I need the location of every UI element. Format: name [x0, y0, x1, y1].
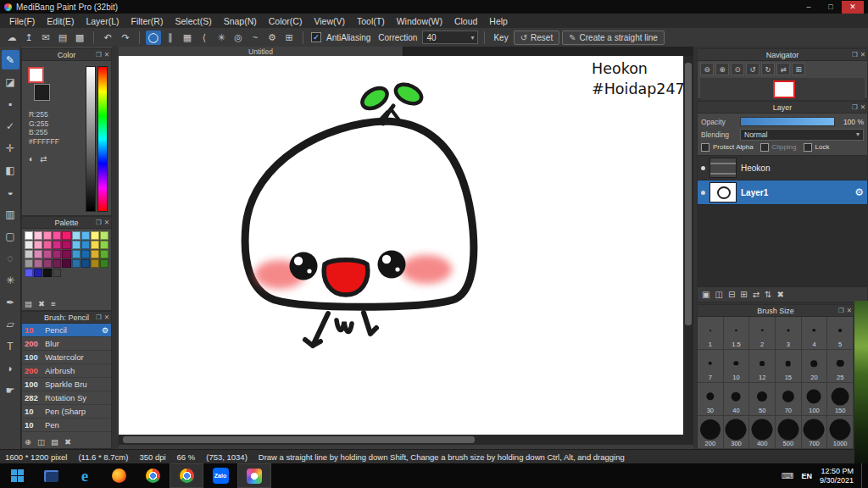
- palette-swatch[interactable]: [53, 231, 61, 240]
- close-icon[interactable]: ✕: [847, 307, 852, 314]
- palette-menu-icon[interactable]: ≡: [51, 299, 56, 308]
- palette-swatch[interactable]: [34, 269, 42, 277]
- start-button[interactable]: [0, 463, 34, 488]
- memo-icon[interactable]: ▤: [55, 30, 70, 45]
- palette-swatch[interactable]: [62, 259, 70, 268]
- delete-layer-icon[interactable]: ✖: [776, 290, 783, 299]
- close-icon[interactable]: ✕: [104, 219, 109, 226]
- brush-list-item[interactable]: 200Blur: [22, 337, 111, 351]
- background-color-swatch[interactable]: [34, 84, 50, 101]
- redo-button[interactable]: ↷: [118, 30, 133, 45]
- close-icon[interactable]: ✕: [860, 103, 865, 111]
- select-rect-tool[interactable]: ▢: [2, 226, 19, 246]
- clipping-checkbox[interactable]: [760, 143, 769, 152]
- taskbar-clock[interactable]: 12:50 PM 9/30/2021: [820, 467, 854, 485]
- brush-list-item[interactable]: 200Airbrush: [22, 364, 111, 378]
- palette-swatch[interactable]: [91, 241, 99, 249]
- hand-tool[interactable]: ☛: [2, 380, 19, 400]
- brush-list-item[interactable]: 282Rotation Sy: [22, 391, 111, 405]
- new-folder-icon[interactable]: ⊞: [740, 290, 747, 299]
- brush-size-cell[interactable]: 500: [776, 416, 802, 449]
- brush-size-cell[interactable]: 30: [698, 383, 724, 416]
- zoom-out-icon[interactable]: ⊖: [700, 63, 714, 75]
- language-indicator[interactable]: EN: [801, 472, 812, 480]
- pen-tool-tool[interactable]: ✒: [2, 292, 19, 312]
- visibility-dot[interactable]: [701, 166, 705, 170]
- web-color-icon[interactable]: ◐: [29, 154, 34, 164]
- vertical-scrollbar[interactable]: [683, 56, 693, 435]
- brush-size-cell[interactable]: 1000: [827, 416, 854, 449]
- delete-color-icon[interactable]: ✖: [38, 299, 45, 308]
- brush-size-cell[interactable]: 4: [802, 317, 828, 350]
- palette-swatch[interactable]: [43, 269, 52, 277]
- text-tool[interactable]: T: [2, 336, 19, 356]
- brush-list-item[interactable]: 100Watercolor: [22, 351, 111, 364]
- palette-swatch[interactable]: [72, 250, 81, 258]
- palette-swatch[interactable]: [43, 231, 52, 240]
- magic-wand-tool[interactable]: ✳: [2, 270, 19, 290]
- palette-swatch[interactable]: [25, 250, 33, 258]
- palette-swatch[interactable]: [72, 231, 81, 240]
- menu-help[interactable]: Help: [483, 16, 514, 26]
- navigator-preview[interactable]: [700, 78, 865, 100]
- palette-swatch[interactable]: [100, 241, 108, 249]
- palette-swatch[interactable]: [72, 259, 81, 268]
- gear-icon[interactable]: ⚙: [854, 186, 864, 198]
- palette-swatch[interactable]: [100, 250, 108, 258]
- close-icon[interactable]: ✕: [104, 51, 109, 58]
- create-straight-line-button[interactable]: ✎ Create a straight line: [562, 30, 665, 45]
- popout-icon[interactable]: ❐: [852, 51, 858, 58]
- rotate-right-icon[interactable]: ↻: [761, 63, 775, 75]
- menu-windoww[interactable]: Window(W): [391, 16, 448, 26]
- horizontal-scrollbar-thumb[interactable]: [123, 436, 475, 443]
- hue-bar[interactable]: [97, 66, 108, 212]
- menu-snapn[interactable]: Snap(N): [218, 16, 263, 26]
- brush-folder-icon[interactable]: ▤: [51, 437, 58, 446]
- menu-filterr[interactable]: Filter(R): [125, 16, 170, 26]
- menu-edite[interactable]: Edit(E): [41, 16, 80, 26]
- eraser-tool[interactable]: ◪: [2, 72, 19, 92]
- dot-pen-tool[interactable]: ▪: [2, 94, 19, 114]
- antialiasing-checkbox[interactable]: ✓: [311, 32, 321, 42]
- move-tool[interactable]: ✛: [2, 138, 19, 158]
- palette-swatch[interactable]: [81, 231, 90, 240]
- keyboard-icon[interactable]: ⌨: [782, 471, 793, 480]
- palette-swatch[interactable]: [62, 250, 70, 258]
- popout-icon[interactable]: ❐: [852, 103, 858, 111]
- new-layer-icon[interactable]: ▣: [702, 290, 709, 299]
- brush-size-cell[interactable]: 150: [827, 383, 854, 416]
- palette-swatch[interactable]: [100, 259, 108, 268]
- snap-grid-icon[interactable]: ▦: [180, 30, 195, 45]
- canvas-viewport[interactable]: Heokon #Hoidap247: [119, 56, 683, 435]
- taskbar-zalo[interactable]: Zalo: [203, 463, 237, 488]
- menu-cloud[interactable]: Cloud: [448, 16, 483, 26]
- snap-parallel-icon[interactable]: ∥: [163, 30, 178, 45]
- popout-icon[interactable]: ❐: [96, 219, 102, 226]
- close-icon[interactable]: ✕: [104, 313, 109, 321]
- brush-size-cell[interactable]: 20: [802, 350, 828, 383]
- snap-settings-icon[interactable]: ⚙: [264, 30, 280, 45]
- taskbar-firefox[interactable]: [102, 463, 136, 488]
- navigator-view-rect[interactable]: [773, 80, 795, 98]
- minimize-button[interactable]: –: [798, 1, 820, 14]
- add-color-icon[interactable]: ▤: [25, 299, 32, 308]
- gradient-tool[interactable]: ▥: [2, 204, 19, 224]
- gear-icon[interactable]: ⚙: [102, 326, 108, 335]
- menu-filef[interactable]: File(F): [3, 16, 41, 26]
- palette-swatch[interactable]: [43, 241, 52, 249]
- brush-size-cell[interactable]: 7: [698, 350, 724, 383]
- taskbar-chrome-active[interactable]: [170, 463, 203, 488]
- zoom-100-icon[interactable]: ⊙: [731, 63, 744, 75]
- add-brush-icon[interactable]: ⊕: [25, 437, 31, 446]
- palette-swatch[interactable]: [53, 259, 61, 268]
- snap-radial-icon[interactable]: ✳: [214, 30, 229, 45]
- transfer-layer-icon[interactable]: ⇄: [753, 290, 760, 299]
- brush-size-cell[interactable]: 100: [802, 383, 828, 416]
- duplicate-brush-icon[interactable]: ◫: [37, 437, 45, 446]
- document-tab[interactable]: Untitled: [119, 47, 403, 56]
- taskbar-app-window[interactable]: [34, 463, 68, 488]
- palette-swatch[interactable]: [62, 231, 70, 240]
- lock-checkbox[interactable]: [804, 143, 812, 152]
- close-icon[interactable]: ✕: [860, 51, 865, 58]
- reset-button[interactable]: ↺ Reset: [514, 30, 560, 45]
